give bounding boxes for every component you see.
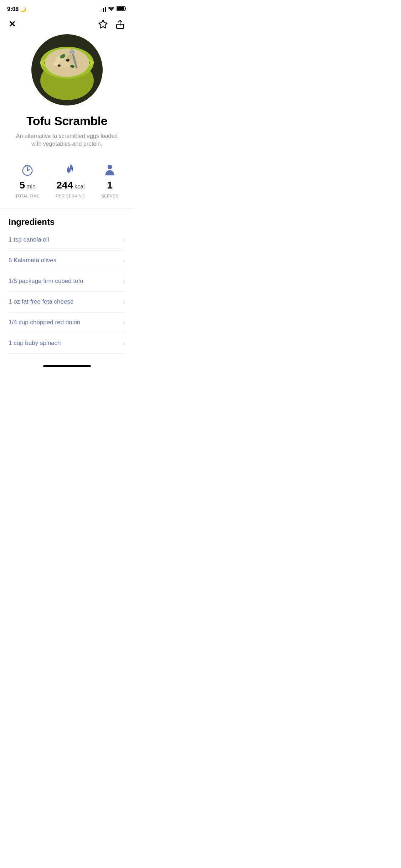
time-number: 5 bbox=[20, 180, 25, 191]
ingredient-name-3: 1 oz fat free feta cheese bbox=[9, 298, 73, 305]
home-indicator bbox=[0, 361, 134, 370]
serves-value-row: 1 bbox=[107, 180, 113, 191]
svg-point-29 bbox=[108, 165, 112, 169]
ingredient-item-0[interactable]: 1 tsp canola oil › bbox=[9, 230, 125, 250]
wifi-icon bbox=[108, 6, 114, 12]
chevron-right-icon-0: › bbox=[123, 236, 125, 244]
status-time: 9:08 🌙 bbox=[7, 6, 26, 12]
ingredient-item-4[interactable]: 1/4 cup chopped red onion › bbox=[9, 312, 125, 333]
time-value-row: 5 min bbox=[20, 180, 36, 191]
signal-icon bbox=[99, 7, 106, 12]
svg-point-0 bbox=[111, 10, 112, 11]
svg-rect-2 bbox=[125, 7, 127, 10]
chevron-right-icon-2: › bbox=[123, 278, 125, 285]
chevron-right-icon-4: › bbox=[123, 319, 125, 326]
ingredients-title: Ingredients bbox=[9, 217, 125, 227]
recipe-title-section: Tofu Scramble bbox=[0, 105, 134, 131]
time-stat: 5 min TOTAL TIME bbox=[15, 162, 40, 198]
header-actions bbox=[98, 19, 125, 29]
ingredient-name-0: 1 tsp canola oil bbox=[9, 236, 49, 243]
svg-rect-3 bbox=[117, 7, 124, 10]
time-label: TOTAL TIME bbox=[15, 194, 40, 198]
recipe-title: Tofu Scramble bbox=[9, 114, 125, 128]
serves-number: 1 bbox=[107, 180, 113, 191]
svg-point-20 bbox=[58, 64, 61, 67]
share-button[interactable] bbox=[115, 19, 125, 29]
ingredient-name-1: 5 Kalamata olives bbox=[9, 257, 56, 264]
svg-point-19 bbox=[66, 59, 70, 62]
dish-image bbox=[31, 34, 103, 105]
dish-image-container bbox=[0, 34, 134, 105]
svg-rect-26 bbox=[26, 165, 29, 166]
favorite-button[interactable] bbox=[98, 19, 108, 29]
status-icons bbox=[99, 6, 127, 12]
serves-label: SERVES bbox=[101, 194, 118, 198]
ingredients-section: Ingredients 1 tsp canola oil › 5 Kalamat… bbox=[0, 208, 134, 354]
ingredient-item-2[interactable]: 1/5 package firm cubed tofu › bbox=[9, 271, 125, 292]
person-icon bbox=[103, 162, 117, 177]
header-bar: ✕ bbox=[0, 16, 134, 29]
chevron-right-icon-5: › bbox=[123, 340, 125, 347]
ingredient-item-1[interactable]: 5 Kalamata olives › bbox=[9, 250, 125, 271]
status-bar: 9:08 🌙 bbox=[0, 0, 134, 16]
home-indicator-bar bbox=[43, 365, 91, 367]
close-button[interactable]: ✕ bbox=[9, 20, 16, 29]
ingredient-item-5[interactable]: 1 cup baby spinach › bbox=[9, 333, 125, 354]
time-unit: min bbox=[26, 184, 36, 190]
recipe-description: An alternative to scrambled eggs loaded … bbox=[0, 131, 134, 157]
calories-stat: 244 kcal PER SERVING bbox=[56, 162, 85, 198]
ingredient-item-3[interactable]: 1 oz fat free feta cheese › bbox=[9, 292, 125, 312]
ingredient-name-5: 1 cup baby spinach bbox=[9, 340, 61, 347]
svg-marker-4 bbox=[99, 20, 107, 28]
chevron-right-icon-1: › bbox=[123, 257, 125, 264]
ingredient-name-2: 1/5 package firm cubed tofu bbox=[9, 278, 83, 285]
moon-icon: 🌙 bbox=[20, 6, 26, 12]
chevron-right-icon-3: › bbox=[123, 298, 125, 306]
ingredient-name-4: 1/4 cup chopped red onion bbox=[9, 319, 80, 326]
flame-icon bbox=[63, 162, 78, 177]
dish-svg bbox=[31, 34, 103, 105]
calories-unit: kcal bbox=[74, 184, 84, 190]
calories-value-row: 244 kcal bbox=[56, 180, 84, 191]
calories-number: 244 bbox=[56, 180, 73, 191]
calories-label: PER SERVING bbox=[56, 194, 85, 198]
stats-row: 5 min TOTAL TIME 244 kcal PER SERVING 1 … bbox=[0, 157, 134, 208]
battery-icon bbox=[117, 6, 127, 12]
serves-stat: 1 SERVES bbox=[101, 162, 118, 198]
timer-icon bbox=[20, 162, 35, 177]
